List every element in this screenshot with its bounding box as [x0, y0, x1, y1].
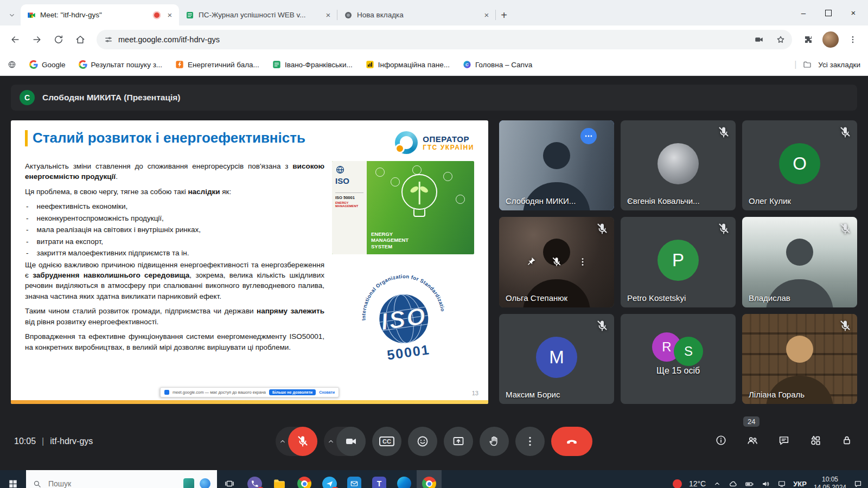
participant-tile[interactable]: PPetro Kostetskyi	[621, 217, 736, 307]
task-view-button[interactable]	[217, 470, 242, 488]
meet-favicon	[164, 390, 169, 395]
tab-search-button[interactable]	[3, 5, 21, 25]
participant-tile[interactable]: RSЩе 15 осіб	[621, 314, 736, 404]
red-status-icon[interactable]	[673, 479, 682, 488]
bookmark-star-button[interactable]	[773, 31, 789, 48]
site-info-icon[interactable]	[104, 35, 113, 44]
maximize-button[interactable]	[816, 0, 841, 25]
tile-options-button[interactable]	[580, 128, 597, 144]
bookmark-item[interactable]: Результат пошуку з...	[79, 60, 163, 69]
onedrive-icon[interactable]	[729, 479, 738, 488]
volume-icon[interactable]	[761, 479, 770, 488]
tray-date: 14.05.2024	[814, 484, 846, 488]
reactions-button[interactable]	[408, 427, 437, 456]
profile-avatar[interactable]	[822, 31, 839, 48]
home-button[interactable]	[71, 30, 90, 49]
browser-menu-button[interactable]	[843, 30, 863, 49]
tab-close-button[interactable]: ×	[323, 10, 333, 20]
bookmark-favicon-icon	[175, 60, 184, 69]
taskbar-apps: 931T	[242, 470, 442, 488]
chat-button[interactable]	[778, 434, 790, 448]
action-center-icon[interactable]	[853, 479, 863, 488]
reload-button[interactable]	[49, 30, 68, 49]
url-text[interactable]: meet.google.com/itf-hdrv-gys	[118, 35, 745, 44]
stop-sharing-button[interactable]: Більше не дозволяти	[269, 389, 316, 395]
all-bookmarks[interactable]: | Усі закладки	[794, 60, 860, 69]
participant-tile[interactable]: Євгенія Ковальчи...	[621, 120, 736, 210]
hide-note-button[interactable]: Сховати	[319, 390, 335, 394]
search-highlight-icon	[183, 478, 194, 488]
captions-button[interactable]: CC	[372, 427, 401, 456]
taskbar-app-chrome[interactable]	[292, 470, 317, 488]
taskbar-app-telegram[interactable]: 31	[317, 470, 342, 488]
participant-tile[interactable]: Ольга Степанюк	[499, 217, 614, 307]
bookmark-item[interactable]: Google	[29, 60, 66, 69]
participant-name: Олег Кулик	[749, 196, 791, 206]
camera-in-use-button[interactable]	[751, 31, 767, 48]
bookmark-item[interactable]: Івано-Франківськи...	[272, 60, 353, 69]
present-button[interactable]	[444, 427, 473, 456]
start-button[interactable]	[0, 470, 26, 488]
mic-off-icon[interactable]	[551, 256, 562, 267]
taskbar-clock[interactable]: 10:05 14.05.2024	[814, 476, 846, 488]
taskbar-app-viber[interactable]: 9	[242, 470, 267, 488]
forward-button[interactable]	[27, 30, 47, 49]
end-call-button[interactable]	[551, 427, 592, 456]
participant-tile[interactable]: MМаксим Борис	[499, 314, 614, 404]
minimize-button[interactable]: –	[791, 0, 816, 25]
activities-button[interactable]	[809, 434, 821, 448]
iso-globe-icon	[335, 165, 345, 175]
kebab-icon[interactable]	[577, 256, 588, 267]
browser-tab[interactable]: ПС-Журнал успішності WEB v...×	[179, 4, 337, 25]
taskbar-app-mail[interactable]	[342, 470, 367, 488]
meeting-details-button[interactable]	[715, 434, 727, 448]
chevron-up-icon[interactable]	[327, 437, 335, 446]
address-bar[interactable]: meet.google.com/itf-hdrv-gys	[97, 30, 792, 49]
participant-tile[interactable]: Слободян МИКИ...	[499, 120, 614, 210]
participant-tile[interactable]: OОлег Кулик	[742, 120, 857, 210]
back-button[interactable]	[5, 30, 25, 49]
participant-tile[interactable]: Владислав	[742, 217, 857, 307]
display-icon[interactable]	[777, 479, 786, 488]
taskbar-search[interactable]	[26, 470, 217, 488]
more-options-button[interactable]	[515, 427, 545, 456]
browser-tab[interactable]: Meet: "itf-hdrv-gys"×	[21, 4, 179, 25]
taskbar-app-explorer[interactable]	[267, 470, 292, 488]
bullet-dash: -	[26, 248, 29, 258]
pin-icon[interactable]	[525, 256, 536, 267]
mic-off-icon	[596, 319, 609, 332]
taskbar-app-teams[interactable]: T	[367, 470, 392, 488]
hidden-icons-button[interactable]	[713, 479, 722, 488]
bullet-dash: -	[26, 201, 29, 211]
weather-temperature[interactable]: 12°C	[689, 479, 706, 488]
search-input[interactable]	[47, 479, 178, 488]
browser-tab[interactable]: Нова вкладка×	[337, 4, 496, 25]
battery-icon[interactable]	[745, 479, 754, 488]
shared-presentation[interactable]: Сталий розвиток і енергоефективність ОПЕ…	[11, 120, 488, 404]
extensions-button[interactable]	[799, 30, 818, 49]
close-button[interactable]: ×	[841, 0, 866, 25]
taskbar-app-chrome[interactable]	[417, 470, 442, 488]
tab-close-button[interactable]: ×	[482, 10, 492, 20]
slide-media: ISO ISO 50001 ENERGY MANAGEMENT	[332, 161, 474, 361]
people-button[interactable]: 24	[746, 434, 758, 448]
taskbar-app-edge[interactable]	[392, 470, 417, 488]
new-tab-button[interactable]: +	[496, 5, 512, 25]
bookmark-item[interactable]: CГоловна – Canva	[463, 60, 532, 69]
bookmark-item[interactable]	[8, 60, 16, 69]
microphone-button[interactable]	[288, 427, 317, 456]
camera-button[interactable]	[336, 427, 366, 456]
participant-tile[interactable]: Ліліана Гораль	[742, 314, 857, 404]
bullet-dash: -	[26, 236, 29, 247]
recording-indicator-icon	[154, 12, 159, 18]
chevron-up-icon[interactable]	[278, 437, 287, 446]
bookmark-item[interactable]: Енергетичний бала...	[175, 60, 259, 69]
viber-icon	[247, 477, 262, 488]
keyboard-language[interactable]: УКР	[793, 480, 807, 488]
raise-hand-button[interactable]	[480, 427, 509, 456]
forward-icon	[31, 34, 42, 45]
tab-close-button[interactable]: ×	[165, 10, 175, 20]
bookmark-item[interactable]: Інформаційна пане...	[366, 60, 450, 69]
slide-accent-bar	[11, 400, 488, 404]
host-controls-button[interactable]	[841, 434, 853, 448]
